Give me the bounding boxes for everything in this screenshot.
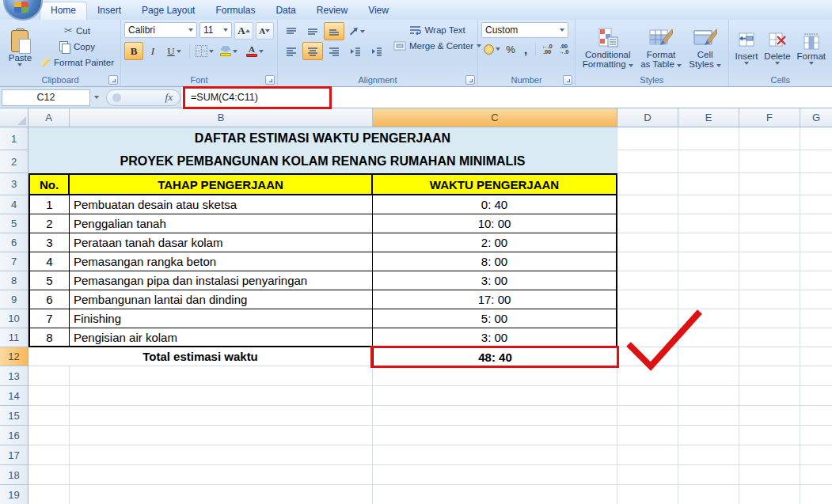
task-time-cell[interactable]: 3: 00 [373, 271, 617, 290]
empty-cell[interactable] [28, 406, 70, 426]
row-header[interactable]: 12 [0, 347, 28, 366]
tab-home[interactable]: Home [40, 2, 87, 20]
row-header[interactable]: 13 [0, 366, 28, 386]
task-time-cell[interactable]: 10: 00 [373, 214, 617, 233]
clipboard-dialog-launcher[interactable] [108, 75, 118, 85]
empty-cell[interactable] [800, 366, 832, 386]
empty-cell[interactable] [678, 406, 739, 426]
font-size-combo[interactable]: 11 [199, 22, 232, 38]
empty-cell[interactable] [800, 485, 832, 504]
row-header[interactable]: 11 [0, 328, 28, 347]
empty-cell[interactable] [739, 366, 800, 386]
empty-cell[interactable] [739, 445, 800, 465]
font-color-button[interactable]: A [242, 42, 268, 60]
format-cells-button[interactable]: Format [794, 22, 829, 74]
borders-button[interactable] [193, 42, 215, 60]
row-header[interactable]: 6 [0, 233, 28, 252]
tab-review[interactable]: Review [306, 2, 358, 20]
empty-cell[interactable] [70, 366, 373, 386]
decrease-decimal-button[interactable]: .00 →.0 [556, 40, 572, 58]
empty-cell[interactable] [373, 465, 617, 485]
office-button[interactable] [3, 0, 43, 21]
task-name-cell[interactable]: Pengisian air kolam [70, 328, 373, 347]
task-name-cell[interactable]: Pembuatan desain atau sketsa [70, 195, 373, 214]
empty-cell[interactable] [70, 445, 373, 465]
empty-cell[interactable] [28, 386, 70, 406]
row-header[interactable]: 3 [0, 173, 28, 195]
task-no-cell[interactable]: 1 [28, 195, 70, 214]
column-header[interactable]: A [28, 108, 70, 127]
font-name-combo[interactable]: Calibri [124, 22, 197, 38]
empty-cell[interactable] [678, 485, 739, 504]
row-header[interactable]: 5 [0, 214, 28, 233]
align-right-button[interactable] [324, 42, 344, 60]
accounting-format-button[interactable] [481, 40, 502, 58]
empty-cell[interactable] [617, 406, 678, 426]
task-name-cell[interactable]: Penggalian tanah [70, 214, 373, 233]
empty-cell[interactable] [678, 465, 739, 485]
empty-cell[interactable] [28, 485, 70, 504]
align-bottom-button[interactable] [324, 22, 344, 40]
empty-cell[interactable] [70, 465, 373, 485]
total-label-cell[interactable]: Total estimasi waktu [28, 347, 373, 366]
row-header[interactable]: 9 [0, 290, 28, 309]
column-header[interactable]: C [373, 108, 617, 127]
empty-cell[interactable] [678, 445, 739, 465]
task-time-cell[interactable]: 3: 00 [373, 328, 617, 347]
tab-view[interactable]: View [358, 2, 399, 20]
row-header[interactable]: 8 [0, 271, 28, 290]
task-name-cell[interactable]: Pemasangan pipa dan instalasi penyaringa… [70, 271, 373, 290]
empty-cell[interactable] [800, 406, 832, 426]
align-top-button[interactable] [281, 22, 302, 40]
align-center-button[interactable] [302, 42, 323, 60]
column-header[interactable]: G [800, 108, 832, 127]
alignment-dialog-launcher[interactable] [465, 75, 475, 85]
task-no-cell[interactable]: 7 [28, 309, 70, 328]
formula-input[interactable]: =SUM(C4:C11) [180, 87, 832, 108]
empty-cell[interactable] [678, 386, 739, 406]
empty-cell[interactable] [617, 426, 678, 445]
insert-cells-button[interactable]: Insert [732, 22, 762, 74]
task-time-cell[interactable]: 8: 00 [373, 252, 617, 271]
row-header[interactable]: 1 [0, 127, 28, 150]
empty-cell[interactable] [678, 426, 739, 445]
empty-cell[interactable] [739, 485, 800, 504]
align-middle-button[interactable] [302, 22, 323, 40]
increase-decimal-button[interactable]: ←.0 .00 [539, 40, 555, 58]
empty-cell[interactable] [373, 445, 617, 465]
format-painter-button[interactable]: Format Painter [37, 55, 117, 69]
row-header[interactable]: 10 [0, 309, 28, 328]
empty-cell[interactable] [739, 465, 800, 485]
align-left-button[interactable] [281, 42, 302, 60]
orientation-button[interactable] [345, 22, 369, 40]
row-header[interactable]: 4 [0, 195, 28, 214]
row-header[interactable]: 15 [0, 406, 28, 426]
empty-cell[interactable] [70, 386, 373, 406]
empty-cell[interactable] [70, 406, 373, 426]
task-no-cell[interactable]: 4 [28, 252, 70, 271]
italic-button[interactable]: I [144, 42, 161, 60]
increase-indent-button[interactable] [367, 42, 387, 60]
column-header[interactable]: D [617, 108, 678, 127]
empty-cell[interactable] [617, 386, 678, 406]
column-header[interactable]: E [678, 108, 739, 127]
comma-style-button[interactable]: , [519, 40, 532, 58]
empty-cell[interactable] [739, 406, 800, 426]
tab-formulas[interactable]: Formulas [205, 2, 265, 20]
empty-cell[interactable] [739, 426, 800, 445]
title-cell-line1[interactable]: DAFTAR ESTIMASI WAKTU PENGERJAAN [28, 127, 617, 150]
empty-cell[interactable] [617, 465, 678, 485]
row-header[interactable]: 19 [0, 485, 28, 504]
shrink-font-button[interactable]: A [256, 22, 274, 40]
empty-cell[interactable] [70, 426, 373, 445]
header-cell-no[interactable]: No. [28, 173, 70, 195]
empty-cell[interactable] [28, 465, 70, 485]
grow-font-button[interactable]: A [234, 22, 253, 40]
number-format-combo[interactable]: Custom [481, 22, 568, 38]
cell-styles-button[interactable]: CellStyles [686, 22, 724, 74]
decrease-indent-button[interactable] [345, 42, 366, 60]
font-dialog-launcher[interactable] [265, 75, 275, 85]
empty-cell[interactable] [800, 386, 832, 406]
row-header[interactable]: 16 [0, 426, 28, 445]
tab-insert[interactable]: Insert [87, 2, 131, 20]
